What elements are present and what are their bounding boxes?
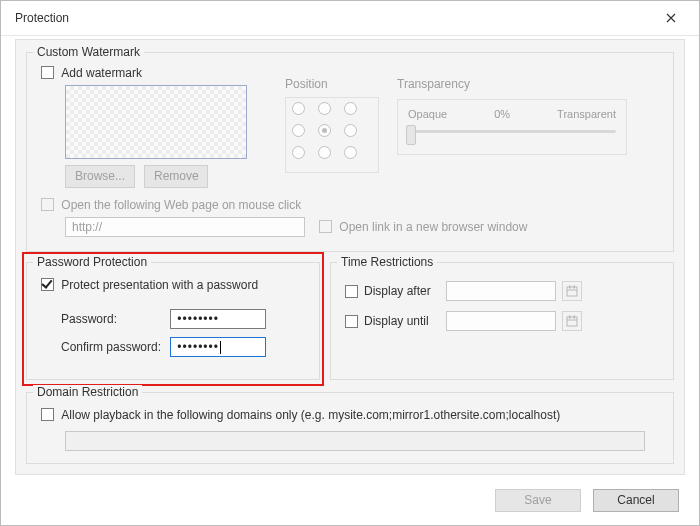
password-field-label: Password: (61, 312, 167, 326)
display-after-label: Display after (364, 284, 440, 298)
open-web-checkbox[interactable] (41, 198, 54, 211)
watermark-preview (65, 85, 247, 159)
svg-rect-4 (567, 317, 577, 326)
domain-allow-row: Allow playback in the following domains … (41, 407, 560, 422)
calendar-icon (566, 285, 578, 297)
display-until-calendar-button[interactable] (562, 311, 582, 331)
save-button[interactable]: Save (495, 489, 581, 512)
display-after-input[interactable] (446, 281, 556, 301)
add-watermark-label: Add watermark (61, 66, 142, 80)
open-new-window-checkbox[interactable] (319, 220, 332, 233)
position-radio-br[interactable] (344, 146, 357, 159)
legend-domain: Domain Restriction (33, 385, 142, 399)
confirm-password-input[interactable]: •••••••• (170, 337, 266, 357)
cancel-button[interactable]: Cancel (593, 489, 679, 512)
legend-password: Password Protection (33, 255, 151, 269)
display-until-input[interactable] (446, 311, 556, 331)
group-watermark: Custom Watermark Add watermark Browse...… (26, 52, 674, 252)
display-until-row: Display until (345, 311, 582, 331)
transparency-label: Transparency (397, 77, 627, 91)
text-caret (220, 341, 221, 354)
remove-button[interactable]: Remove (144, 165, 208, 188)
group-password: Password Protection Protect presentation… (26, 262, 320, 380)
domain-allow-label: Allow playback in the following domains … (61, 408, 560, 422)
dialog-footer: Save Cancel (1, 475, 699, 525)
dialog-title: Protection (15, 11, 651, 25)
watermark-buttons: Browse... Remove (65, 165, 208, 188)
display-after-calendar-button[interactable] (562, 281, 582, 301)
position-radio-tl[interactable] (292, 102, 305, 115)
position-radio-tc[interactable] (318, 102, 331, 115)
legend-watermark: Custom Watermark (33, 45, 144, 59)
position-radio-bl[interactable] (292, 146, 305, 159)
close-icon (666, 13, 676, 23)
position-grid (285, 97, 379, 173)
transparency-opaque-label: Opaque (408, 108, 447, 120)
protection-dialog: Protection Custom Watermark Add watermar… (0, 0, 700, 526)
open-new-window-label: Open link in a new browser window (339, 220, 527, 234)
display-until-label: Display until (364, 314, 440, 328)
confirm-row: Confirm password: •••••••• (61, 337, 266, 357)
display-after-checkbox[interactable] (345, 285, 358, 298)
group-domain: Domain Restriction Allow playback in the… (26, 392, 674, 464)
protect-row: Protect presentation with a password (41, 277, 258, 292)
transparency-slider[interactable] (408, 130, 616, 133)
domain-list-input[interactable] (65, 431, 645, 451)
transparency-value: 0% (494, 108, 510, 120)
password-input[interactable]: •••••••• (170, 309, 266, 329)
transparency-slider-thumb[interactable] (406, 125, 416, 145)
svg-rect-0 (567, 287, 577, 296)
position-radio-ml[interactable] (292, 124, 305, 137)
protect-label: Protect presentation with a password (61, 278, 258, 292)
svg-rect-6 (569, 316, 571, 319)
protect-checkbox[interactable] (41, 278, 54, 291)
open-web-label: Open the following Web page on mouse cli… (61, 198, 301, 212)
dialog-body: Custom Watermark Add watermark Browse...… (15, 39, 685, 475)
svg-rect-7 (574, 316, 576, 319)
position-radio-mc[interactable] (318, 124, 331, 137)
position-label: Position (285, 77, 395, 91)
display-after-row: Display after (345, 281, 582, 301)
position-radio-tr[interactable] (344, 102, 357, 115)
titlebar: Protection (1, 1, 699, 36)
browse-button[interactable]: Browse... (65, 165, 135, 188)
close-button[interactable] (651, 4, 691, 32)
url-input[interactable]: http:// (65, 217, 305, 237)
svg-rect-3 (574, 286, 576, 289)
position-radio-bc[interactable] (318, 146, 331, 159)
legend-time: Time Restrictions (337, 255, 437, 269)
password-row: Password: •••••••• (61, 309, 266, 329)
add-watermark-checkbox[interactable] (41, 66, 54, 79)
open-new-window-row: Open link in a new browser window (319, 219, 527, 234)
open-web-row: Open the following Web page on mouse cli… (41, 197, 301, 212)
confirm-field-label: Confirm password: (61, 340, 167, 354)
domain-allow-checkbox[interactable] (41, 408, 54, 421)
position-section: Position (285, 77, 395, 173)
transparency-transparent-label: Transparent (557, 108, 616, 120)
add-watermark-row: Add watermark (41, 65, 142, 80)
display-until-checkbox[interactable] (345, 315, 358, 328)
position-radio-mr[interactable] (344, 124, 357, 137)
svg-rect-2 (569, 286, 571, 289)
calendar-icon (566, 315, 578, 327)
group-time: Time Restrictions Display after Display … (330, 262, 674, 380)
transparency-section: Transparency Opaque 0% Transparent (397, 77, 627, 155)
